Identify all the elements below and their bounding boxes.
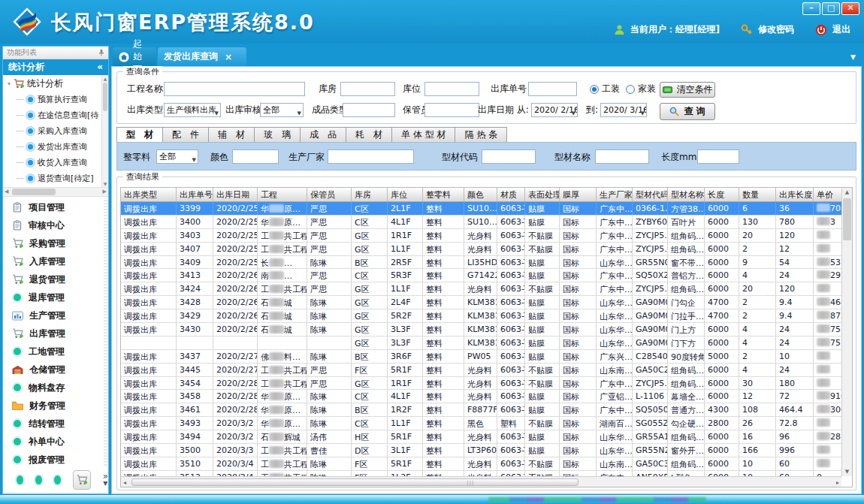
sidebar-item-审核中心[interactable]: 审核中心 — [3, 216, 108, 234]
tab-list-caret-icon[interactable]: ▼ — [850, 53, 856, 61]
table-row[interactable]: 调拨出库34452020/2/27工共工程严思F区5R1F整料光身料6063-T… — [121, 364, 852, 377]
tree-expander-icon[interactable]: ▾ — [8, 80, 11, 87]
column-header-库位[interactable]: 库位 — [388, 188, 423, 201]
column-header-颜色[interactable]: 颜色 — [464, 188, 497, 201]
product-type-input[interactable] — [343, 103, 395, 117]
profile-code-input[interactable] — [482, 149, 536, 164]
table-row[interactable]: 调拨出库34302020/2/26石城陈琳G区3L3F整料KLM38176063… — [121, 323, 852, 337]
radio-work-install[interactable] — [590, 85, 599, 94]
column-header-库房[interactable]: 库房 — [352, 188, 388, 201]
column-header-整零料[interactable]: 整零料 — [423, 188, 464, 201]
date-to-picker[interactable]: 2020/ 3/16▼ — [600, 103, 647, 117]
change-password-link[interactable]: 修改密码 — [758, 23, 794, 36]
table-row[interactable]: G区3L3F整料KLM38176063-T5贴膜国标山东华…GA90M09…门下… — [121, 337, 852, 350]
tree-item[interactable]: 预算执行查询 — [3, 92, 108, 107]
table-hscroll-thumb[interactable] — [131, 478, 579, 486]
profile-name-input[interactable] — [595, 149, 649, 164]
tab-home[interactable]: 起始页 — [113, 47, 156, 66]
sidebar-item-结转管理[interactable]: 结转管理 — [3, 415, 108, 433]
audit-select[interactable]: 全部▼ — [260, 103, 304, 117]
sidebar-item-生产管理[interactable]: 生产管理 — [3, 306, 108, 324]
sidebar-item-物料盘存[interactable]: 物料盘存 — [3, 379, 108, 397]
module-dot-icon[interactable] — [35, 475, 42, 484]
table-row[interactable]: 调拨出库34132020/2/26南…严思C区5R3F整料G714226063-… — [121, 269, 852, 282]
scroll-right-icon[interactable]: ▶ — [103, 189, 107, 195]
table-row[interactable]: 调拨出库34542020/2/28工共工程严思G区1R1F整料光身料6063-T… — [121, 377, 852, 391]
material-tab-配件[interactable]: 配 件 — [163, 127, 209, 143]
column-header-生产厂家[interactable]: 生产厂家 — [597, 188, 633, 201]
sidebar-item-退货管理[interactable]: 退货管理 — [3, 270, 108, 288]
date-from-picker[interactable]: 2020/ 2/16▼ — [531, 103, 578, 117]
table-row[interactable]: 调拨出库34932020/3/2华原…陈琳C区1L1F整料黑色塑料不贴膜国标湖南… — [121, 417, 852, 430]
column-header-型材代码[interactable]: 型材代码 — [633, 188, 668, 201]
minimize-button[interactable]: – — [802, 2, 820, 15]
radio-home-install[interactable] — [626, 85, 635, 94]
table-vertical-scrollbar[interactable]: ▲ ▼ — [841, 188, 852, 476]
material-tab-型材[interactable]: 型 材 — [116, 127, 163, 143]
tree-item[interactable]: 采购入库查询 — [3, 123, 108, 139]
tree-item[interactable]: 在途信息查询[待 — [3, 107, 108, 123]
table-row[interactable]: 调拨出库34582020/2/28华原…陈琳C区4L1F整料光身料6063-T5… — [121, 390, 852, 403]
collapse-icon[interactable]: « — [97, 59, 103, 75]
sidebar-item-补单中心[interactable]: 补单中心 — [3, 433, 108, 451]
column-header-膜厚[interactable]: 膜厚 — [560, 188, 597, 201]
sidebar-item-报废管理[interactable]: 报废管理 — [3, 451, 108, 469]
scroll-down-icon[interactable]: ▼ — [102, 181, 108, 186]
column-header-保管员[interactable]: 保管员 — [307, 188, 352, 201]
scroll-up-icon[interactable]: ▲ — [102, 76, 108, 81]
column-header-型材名称[interactable]: 型材名称 — [668, 188, 705, 201]
tree-hscroll-thumb[interactable] — [12, 189, 56, 195]
project-name-input[interactable] — [164, 82, 305, 96]
column-header-出库类型[interactable]: 出库类型 — [121, 188, 177, 201]
material-tab-成品[interactable]: 成 品 — [301, 127, 346, 143]
scroll-up-icon[interactable]: ▲ — [842, 189, 852, 195]
module-dot-icon[interactable] — [17, 475, 23, 484]
table-horizontal-scrollbar[interactable]: ◂ ||| ▸ — [121, 476, 841, 487]
logout-link[interactable]: 退出 — [832, 23, 850, 36]
sidebar-item-采购管理[interactable]: 采购管理 — [3, 234, 108, 252]
scroll-left-icon[interactable]: ◂ — [123, 479, 126, 486]
material-tab-耗材[interactable]: 耗 材 — [346, 127, 392, 143]
location-input[interactable] — [424, 82, 479, 96]
tab-shipment-outbound-query[interactable]: 发货出库查询 × — [158, 47, 246, 66]
clear-conditions-button[interactable]: 清空条件 — [660, 82, 715, 98]
maximize-button[interactable]: □ — [822, 2, 840, 15]
table-row[interactable]: 调拨出库33992020/2/25华原…严思C区2L1F整料SU10…6063-… — [121, 202, 852, 216]
table-row[interactable]: 调拨出库34002020/2/25华原…严思C区4L1F整料SU10…6063-… — [121, 216, 852, 229]
column-header-材质[interactable]: 材质 — [497, 188, 525, 201]
tree-item[interactable]: 收货入库查询 — [3, 155, 108, 171]
module-dot-icon[interactable] — [54, 475, 61, 484]
column-header-长度[interactable]: 长度 — [705, 188, 739, 201]
tree-vertical-scrollbar[interactable]: ▲ ▼ — [101, 75, 108, 187]
column-header-出库单号[interactable]: 出库单号 — [177, 188, 213, 201]
tree-item[interactable]: 发货出库查询 — [3, 139, 108, 155]
keeper-input[interactable] — [424, 103, 479, 117]
tree-item[interactable]: 退货查询[待定] — [3, 171, 108, 186]
table-row[interactable]: 调拨出库34092020/2/25长…陈琳B区2R5F整料LI35HD6063-… — [121, 256, 852, 270]
material-tab-隔热条[interactable]: 隔 热 条 — [455, 127, 507, 143]
sidebar-item-财务管理[interactable]: 财务管理 — [3, 397, 108, 415]
column-header-出库长度[interactable]: 出库长度 — [776, 188, 814, 201]
sidebar-item-工地管理[interactable]: 工地管理 — [3, 343, 108, 361]
tree-horizontal-scrollbar[interactable]: ◀ ▶ — [3, 188, 108, 197]
order-no-input[interactable] — [528, 82, 577, 96]
column-header-表面处理[interactable]: 表面处理 — [525, 188, 560, 201]
warehouse-input[interactable] — [340, 82, 395, 96]
cart-module-button[interactable] — [73, 470, 90, 490]
manufacturer-input[interactable] — [328, 149, 414, 164]
table-vscroll-thumb[interactable] — [843, 198, 851, 240]
table-row[interactable]: 调拨出库35002020/3/3工共工程曹佳D区3L1F整料LT3P606063… — [121, 444, 852, 457]
tab-close-icon[interactable]: × — [225, 52, 232, 62]
scroll-right-icon[interactable]: ▸ — [836, 479, 839, 486]
table-row[interactable]: 调拨出库35102020/3/4工共工程陈琳F区5R1F整料光身料6063-T5… — [121, 457, 852, 471]
color-input[interactable] — [232, 149, 279, 164]
material-tab-玻璃[interactable]: 玻 璃 — [255, 127, 301, 143]
table-row[interactable]: 调拨出库34072020/2/25工共工程严思G区1L1F整料光身料6063-T… — [121, 243, 852, 256]
pin-icon[interactable] — [98, 49, 104, 56]
material-tab-辅材[interactable]: 辅 材 — [209, 127, 255, 143]
close-button[interactable]: ✕ — [841, 2, 859, 15]
column-header-数量[interactable]: 数量 — [739, 188, 776, 201]
sidebar-group-header[interactable]: 统计分析 « — [3, 59, 108, 75]
table-row[interactable]: 调拨出库34282020/2/26石城陈琳G区2L4F整料KLM38176063… — [121, 296, 852, 309]
menu-scroll-strip[interactable] — [104, 200, 107, 467]
